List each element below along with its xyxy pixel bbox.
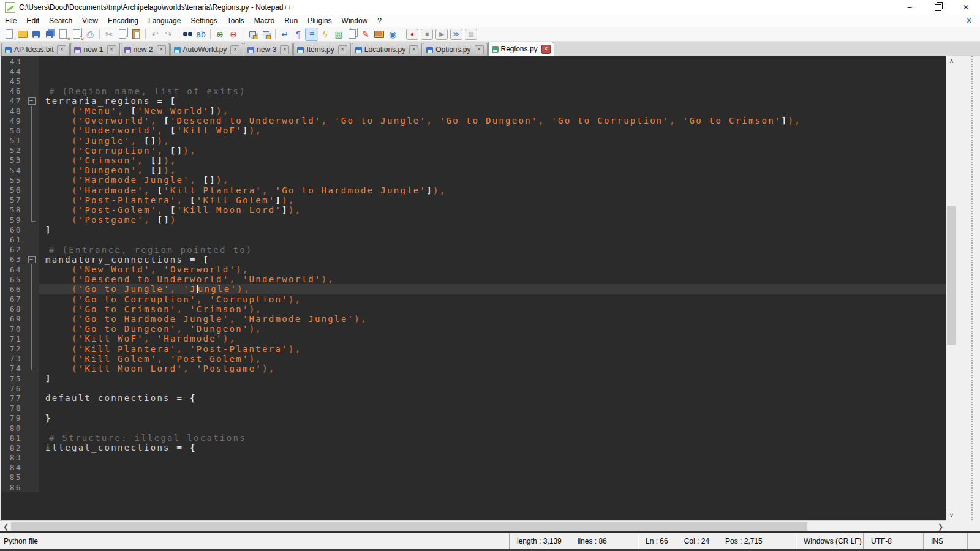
code-line[interactable]: 53 ('Crimson', []), <box>1 156 946 165</box>
code-line[interactable]: 84 <box>1 463 946 473</box>
menu-item-language[interactable]: Language <box>143 15 186 26</box>
code-line[interactable]: 76 <box>1 383 946 393</box>
code-line[interactable]: 78 <box>1 403 946 413</box>
paste-icon[interactable] <box>130 28 142 40</box>
menu-item-encoding[interactable]: Encoding <box>103 15 143 26</box>
code-text[interactable]: ('Kill WoF', 'Hardmode'), <box>39 334 946 343</box>
view-eye-icon[interactable]: ◉ <box>386 28 399 40</box>
find-icon[interactable] <box>181 28 194 40</box>
replace-icon[interactable]: ab <box>195 28 207 40</box>
code-line[interactable]: 67 ('Go to Corruption', 'Corruption'), <box>1 294 946 304</box>
code-text[interactable]: ('Go to Dungeon', 'Dungeon'), <box>39 324 946 334</box>
code-line[interactable]: 60] <box>1 225 946 234</box>
code-text[interactable]: ('Menu', ['New World']), <box>39 106 946 116</box>
menu-item-tools[interactable]: Tools <box>222 15 249 26</box>
code-text[interactable]: ('Overworld', ['Descend to Underworld', … <box>39 116 946 126</box>
code-line[interactable]: 50 ('Underworld', ['Kill WoF']), <box>1 126 946 135</box>
horizontal-scrollbar-thumb[interactable] <box>11 522 807 531</box>
code-line[interactable]: 55 ('Hardmode Jungle', []), <box>1 175 946 185</box>
sync-vertical-icon[interactable] <box>246 28 258 40</box>
code-text[interactable] <box>39 383 946 393</box>
code-text[interactable]: ('Postgame', []) <box>39 215 946 225</box>
menu-item-search[interactable]: Search <box>44 15 77 26</box>
tab-close-icon[interactable]: × <box>230 45 239 54</box>
fold-collapse-icon[interactable] <box>26 96 39 106</box>
code-line[interactable]: 80 <box>1 423 946 433</box>
code-line[interactable]: 62# (Entrance, region pointed to) <box>1 245 946 255</box>
zoom-in-icon[interactable]: ⊕ <box>214 28 226 40</box>
macro-play-icon[interactable]: ▶ <box>436 29 447 39</box>
tab-close-icon[interactable]: × <box>280 45 289 54</box>
new-file-icon[interactable]: + <box>3 28 15 40</box>
code-line[interactable]: 66 ('Go to Jungle', 'Jungle'), <box>1 284 946 294</box>
sync-horizontal-icon[interactable] <box>260 28 272 40</box>
code-text[interactable] <box>39 56 946 66</box>
code-line[interactable]: 45 <box>1 76 946 86</box>
fold-collapse-icon[interactable] <box>26 255 39 264</box>
code-line[interactable]: 63mandatory_connections = [ <box>1 255 946 264</box>
close-button[interactable]: ✕ <box>952 0 980 15</box>
document-map-icon[interactable]: ▧ <box>333 28 345 40</box>
code-line[interactable]: 47terraria_regions = [ <box>1 96 946 106</box>
folder-as-workspace-icon[interactable]: ✎ <box>360 28 372 40</box>
code-text[interactable]: ('Go to Corruption', 'Corruption'), <box>39 294 946 304</box>
zoom-out-icon[interactable]: ⊖ <box>227 28 239 40</box>
copy-icon[interactable] <box>116 28 129 40</box>
vertical-scrollbar[interactable]: ∧ ∨ <box>946 56 957 520</box>
scroll-up-arrow-icon[interactable]: ∧ <box>946 56 957 66</box>
code-line[interactable]: 49 ('Overworld', ['Descend to Underworld… <box>1 116 946 126</box>
save-all-icon[interactable] <box>43 28 56 40</box>
macro-save-icon[interactable]: ▦ <box>466 29 477 39</box>
tab-options-py[interactable]: Options.py× <box>423 43 487 56</box>
status-insert-mode[interactable]: INS <box>923 533 967 549</box>
macro-run-multiple-icon[interactable]: ≫ <box>451 29 462 39</box>
open-file-icon[interactable] <box>17 28 29 40</box>
code-line[interactable]: 58 ('Post-Golem', ['Kill Moon Lord']), <box>1 205 946 215</box>
tab-items-py[interactable]: Items.py× <box>293 43 350 56</box>
menu-item-view[interactable]: View <box>77 15 103 26</box>
code-line[interactable]: 72 ('Kill Plantera', 'Post-Plantera'), <box>1 343 946 353</box>
macro-record-icon[interactable]: ● <box>407 29 418 39</box>
code-line[interactable]: 79} <box>1 413 946 423</box>
tab-new-1[interactable]: new 1× <box>70 43 119 56</box>
code-text[interactable]: ] <box>39 225 946 234</box>
resize-grip[interactable] <box>967 533 980 549</box>
code-text[interactable]: ('Kill Plantera', 'Post-Plantera'), <box>39 343 946 353</box>
scroll-down-arrow-icon[interactable]: ∨ <box>946 510 957 520</box>
code-text[interactable]: mandatory_connections = [ <box>39 255 946 264</box>
tab-ap-ideas-txt[interactable]: AP Ideas.txt× <box>1 43 70 56</box>
tab-close-icon[interactable]: × <box>157 45 166 54</box>
show-all-characters-icon[interactable]: ¶ <box>292 28 304 40</box>
menu-item-settings[interactable]: Settings <box>186 15 222 26</box>
code-text[interactable]: ('Post-Plantera', ['Kill Golem']), <box>39 195 946 205</box>
code-text[interactable] <box>39 463 946 473</box>
tab-new-3[interactable]: new 3× <box>244 43 293 56</box>
code-text[interactable]: ('Post-Golem', ['Kill Moon Lord']), <box>39 205 946 215</box>
code-line[interactable]: 46# (Region name, list of exits) <box>1 86 946 96</box>
tab-close-icon[interactable]: × <box>57 45 66 54</box>
code-line[interactable]: 44 <box>1 66 946 76</box>
code-line[interactable]: 54 ('Dungeon', []), <box>1 165 946 175</box>
code-text[interactable] <box>39 76 946 86</box>
code-line[interactable]: 85 <box>1 473 946 482</box>
code-line[interactable]: 82illegal_connections = { <box>1 443 946 452</box>
code-line[interactable]: 52 ('Corruption', []), <box>1 146 946 156</box>
code-text[interactable] <box>39 234 946 244</box>
tab-close-icon[interactable]: × <box>409 45 418 54</box>
function-list-icon[interactable]: ϟ <box>319 28 331 40</box>
cut-icon[interactable]: ✂ <box>103 28 115 40</box>
code-text[interactable]: # (Region name, list of exits) <box>39 86 946 96</box>
code-text[interactable]: ('Go to Crimson', 'Crimson'), <box>39 304 946 314</box>
code-line[interactable]: 70 ('Go to Dungeon', 'Dungeon'), <box>1 324 946 334</box>
tab-close-icon[interactable]: × <box>475 45 484 54</box>
print-icon[interactable]: ⎙ <box>84 28 96 40</box>
code-text[interactable]: ('Go to Jungle', 'Jungle'), <box>39 284 946 294</box>
code-line[interactable]: 83 <box>1 453 946 463</box>
close-document-x-icon[interactable]: X <box>967 17 971 25</box>
tab-autoworld-py[interactable]: AutoWorld.py× <box>170 43 244 56</box>
restore-button[interactable] <box>924 0 952 15</box>
code-text[interactable]: ('Underworld', ['Kill WoF']), <box>39 126 946 135</box>
code-text[interactable]: } <box>39 413 946 423</box>
code-line[interactable]: 77default_connections = { <box>1 393 946 403</box>
code-text[interactable]: default_connections = { <box>39 393 946 403</box>
